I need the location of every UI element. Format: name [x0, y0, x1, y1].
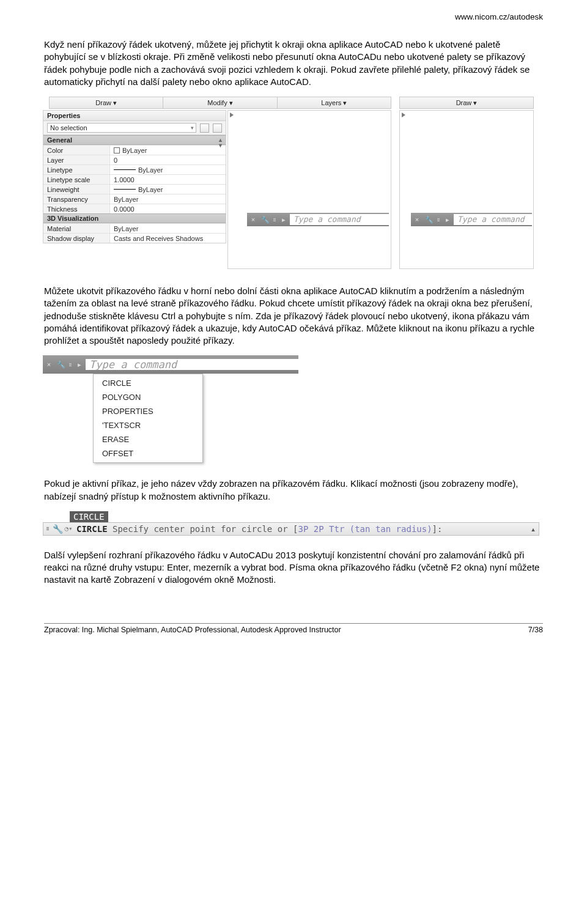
prompt-text: Specify center point for circle or [: [108, 524, 298, 534]
property-value[interactable]: ByLayer: [109, 146, 226, 155]
palette-title: Properties: [43, 111, 226, 121]
command-line-docked[interactable]: 🔧 ◔▾ CIRCLE Specify center point for cir…: [43, 522, 539, 536]
recent-command-item[interactable]: 'TEXTSCR: [94, 418, 202, 432]
grip-icon[interactable]: [45, 527, 51, 530]
tab-modify[interactable]: Modify ▾: [163, 97, 277, 108]
properties-palette: Properties No selection ▲▼ General Color…: [43, 110, 226, 243]
close-icon[interactable]: ×: [411, 216, 423, 223]
command-input[interactable]: Type a command: [86, 359, 298, 370]
ribbon-tabs: Draw ▾ Modify ▾ Layers ▾: [49, 97, 391, 109]
viewport-marker-icon: [402, 113, 405, 117]
recent-command-item[interactable]: CIRCLE: [94, 376, 202, 390]
property-key: Shadow display: [43, 234, 109, 243]
selection-dropdown[interactable]: No selection: [47, 123, 196, 133]
wrench-icon[interactable]: 🔧: [52, 524, 63, 534]
property-key: Linetype scale: [43, 175, 109, 184]
property-row[interactable]: Linetype scale1.0000: [43, 174, 226, 184]
viewport-marker-icon: [230, 113, 234, 117]
grip-icon[interactable]: [271, 218, 278, 221]
screenshot-circle-prompt: CIRCLE 🔧 ◔▾ CIRCLE Specify center point …: [43, 511, 539, 536]
property-row[interactable]: LinetypeByLayer: [43, 164, 226, 174]
command-line[interactable]: × 🔧 ▸ Type a command: [43, 355, 298, 374]
footer-page: 7/38: [528, 626, 543, 634]
header-url: www.nicom.cz/autodesk: [44, 12, 543, 21]
paragraph-3: Pokud je aktivní příkaz, je jeho název v…: [44, 478, 543, 503]
property-row[interactable]: TransparencyByLayer: [43, 194, 226, 204]
property-row[interactable]: LineweightByLayer: [43, 184, 226, 194]
screenshot-recent-commands: × 🔧 ▸ Type a command CIRCLEPOLYGONPROPER…: [43, 355, 300, 463]
quickselect-icon[interactable]: [200, 124, 209, 133]
linetype-icon: [114, 189, 136, 190]
property-row[interactable]: Layer0: [43, 155, 226, 164]
property-key: Linetype: [43, 165, 109, 174]
recent-command-item[interactable]: ERASE: [94, 432, 202, 446]
close-icon[interactable]: ×: [247, 216, 259, 223]
wrench-icon[interactable]: 🔧: [423, 216, 435, 224]
property-value[interactable]: Casts and Receives Shadows: [109, 234, 226, 243]
command-line-float-2[interactable]: × 🔧 ▸ Type a command: [411, 213, 532, 226]
recent-icon[interactable]: ▸: [73, 361, 86, 369]
property-key: Material: [43, 224, 109, 233]
property-row[interactable]: Thickness0.0000: [43, 204, 226, 213]
paragraph-4: Další vylepšení rozhraní příkazového řád…: [44, 549, 543, 586]
footer-author: Zpracoval: Ing. Michal Spielmann, AutoCA…: [44, 626, 341, 634]
property-key: Lineweight: [43, 185, 109, 194]
recent-command-item[interactable]: POLYGON: [94, 390, 202, 404]
property-value[interactable]: ByLayer: [109, 224, 226, 233]
command-input[interactable]: Type a command: [290, 214, 389, 225]
drawing-area-left[interactable]: [227, 110, 391, 269]
property-value[interactable]: ByLayer: [109, 165, 226, 174]
recent-commands-menu: CIRCLEPOLYGONPROPERTIES'TEXTSCRERASEOFFS…: [93, 374, 203, 463]
property-value[interactable]: 0: [109, 155, 226, 164]
property-value[interactable]: ByLayer: [109, 185, 226, 194]
collapse-icon[interactable]: ▲▼: [218, 138, 223, 149]
command-prompt-text: CIRCLE Specify center point for circle o…: [74, 524, 528, 534]
command-tooltip: CIRCLE: [70, 511, 108, 522]
section-3d-visualization[interactable]: 3D Visualization: [43, 213, 226, 223]
screenshot-palette-cmd: Draw ▾ Modify ▾ Layers ▾ Draw ▾ Properti…: [43, 97, 538, 270]
tab-layers[interactable]: Layers ▾: [278, 97, 391, 108]
recent-icon[interactable]: ◔▾: [63, 525, 74, 533]
grip-icon[interactable]: [67, 363, 73, 366]
property-row[interactable]: Shadow displayCasts and Receives Shadows: [43, 233, 226, 243]
property-value[interactable]: ByLayer: [109, 194, 226, 204]
command-line-float-1[interactable]: × 🔧 ▸ Type a command: [247, 213, 389, 226]
tab-draw-right[interactable]: Draw ▾: [399, 97, 534, 109]
wrench-icon[interactable]: 🔧: [259, 216, 271, 224]
section-general[interactable]: General: [43, 135, 226, 145]
property-value[interactable]: 1.0000: [109, 175, 226, 184]
drawing-area-right[interactable]: [399, 110, 534, 269]
grip-icon[interactable]: [435, 218, 441, 221]
linetype-icon: [114, 169, 136, 170]
paragraph-1: Když není příkazový řádek ukotvený, může…: [44, 39, 543, 88]
property-value[interactable]: 0.0000: [109, 204, 226, 213]
property-key: Transparency: [43, 194, 109, 204]
command-options[interactable]: 3P 2P Ttr (tan tan radius): [298, 524, 432, 534]
paragraph-2: Můžete ukotvit příkazového řádku v horní…: [44, 285, 543, 347]
command-input[interactable]: Type a command: [454, 214, 532, 225]
page-footer: Zpracoval: Ing. Michal Spielmann, AutoCA…: [44, 623, 543, 634]
active-command-name: CIRCLE: [76, 524, 108, 534]
property-row[interactable]: ColorByLayer: [43, 145, 226, 155]
wrench-icon[interactable]: 🔧: [55, 361, 67, 369]
color-swatch-icon: [114, 147, 120, 153]
selectobjects-icon[interactable]: [213, 124, 222, 133]
history-up-icon[interactable]: ▴: [528, 524, 539, 534]
property-key: Thickness: [43, 204, 109, 213]
close-icon[interactable]: ×: [43, 361, 55, 368]
tab-draw[interactable]: Draw ▾: [50, 97, 163, 108]
recent-icon[interactable]: ▸: [278, 216, 290, 224]
recent-command-item[interactable]: PROPERTIES: [94, 404, 202, 418]
property-key: Layer: [43, 155, 109, 164]
property-row[interactable]: MaterialByLayer: [43, 223, 226, 233]
recent-icon[interactable]: ▸: [441, 216, 454, 224]
prompt-text: ]:: [432, 524, 443, 534]
property-key: Color: [43, 146, 109, 155]
recent-command-item[interactable]: OFFSET: [94, 446, 202, 460]
